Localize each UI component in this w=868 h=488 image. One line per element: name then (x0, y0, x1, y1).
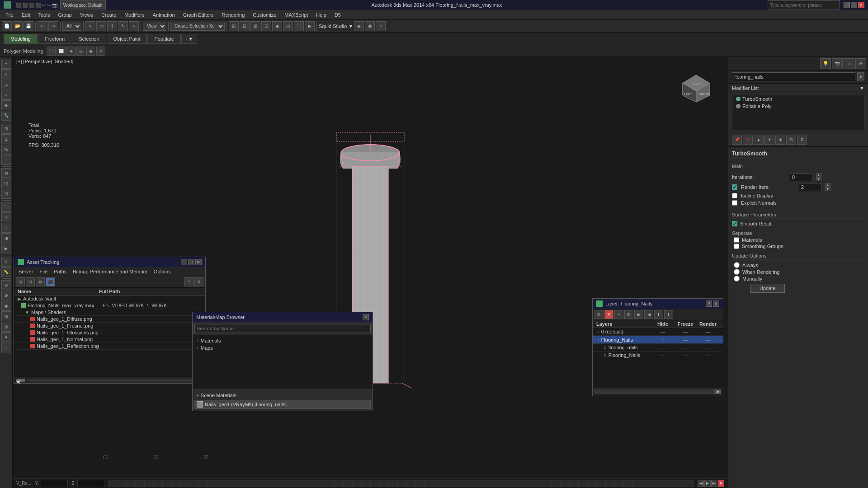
lw-default-render[interactable]: — (697, 329, 719, 334)
isoline-checkbox[interactable] (732, 193, 737, 198)
lw-btn3[interactable]: + (614, 310, 623, 319)
menu-customize[interactable]: Customize (249, 11, 280, 19)
lw-flooring-lower-render[interactable]: — (697, 345, 719, 350)
mirror-tool-btn[interactable]: ◫ (1, 178, 11, 188)
edit-named-sel-btn[interactable]: ⊠ (1, 168, 11, 178)
lw-row-default[interactable]: ○ 0 (default) — — — (593, 328, 723, 336)
move-mod-down-btn[interactable]: ▼ (764, 135, 774, 145)
maximize-button[interactable]: □ (851, 2, 857, 8)
at-btn5[interactable]: ? (184, 277, 193, 286)
snap-toggle-btn[interactable]: ⊞ (1, 124, 11, 134)
lw-flooring-cap-render[interactable]: — (697, 352, 719, 358)
menu-rendering[interactable]: Rendering (218, 11, 249, 19)
at-row-vault[interactable]: ▶ Autodesk Vault (14, 296, 205, 302)
menu-graph-editors[interactable]: Graph Editors (179, 11, 217, 19)
render-explorer-btn[interactable]: ▶ (1, 244, 11, 253)
select-btn[interactable]: ↖ (85, 21, 95, 31)
at-row-normal[interactable]: Nails_geo_1_Normal.png (14, 336, 205, 343)
lw-row-flooring-nails[interactable]: ○ Flooring_Nails ✓ — — (593, 336, 723, 344)
at-content[interactable]: ▶ Autodesk Vault Flooring_Nails_max_vray… (14, 296, 205, 377)
lw-btn4[interactable]: ⊟ (624, 310, 633, 319)
extra-btn2[interactable]: ⊗ (1, 291, 11, 300)
lw-btn7[interactable]: ⬆ (654, 310, 663, 319)
at-close-btn[interactable]: ✕ (195, 259, 202, 265)
tab-object-paint[interactable]: Object Paint (107, 34, 147, 44)
always-radio[interactable] (734, 262, 740, 268)
render-iters-up-btn[interactable]: ▲ (825, 183, 830, 187)
modifier-turbosmooth[interactable]: TurboSmooth (732, 95, 864, 103)
spinner-snap-btn[interactable]: ↕ (1, 155, 11, 165)
select-region-btn[interactable]: ▭ (96, 21, 106, 31)
lw-default-hide[interactable]: — (651, 329, 674, 334)
lw-btn8[interactable]: ⬇ (664, 310, 673, 319)
prev-frame-btn[interactable]: |◀ (698, 480, 704, 487)
create-selection-dropdown[interactable]: Create Selection Set (170, 22, 225, 31)
scale-btn[interactable]: ⤡ (129, 21, 139, 31)
iterations-down-btn[interactable]: ▼ (816, 177, 821, 181)
array-btn[interactable]: ⊠ (250, 21, 260, 31)
manually-radio[interactable] (734, 276, 740, 282)
poly-btn3[interactable]: ◈ (66, 47, 75, 56)
render-iters-input[interactable] (799, 183, 821, 191)
update-button[interactable]: Update (750, 284, 785, 293)
explicit-normals-checkbox[interactable] (732, 200, 737, 206)
at-btn1[interactable]: ⊞ (16, 277, 25, 286)
lw-row-flooring-nails-lower[interactable]: ○ flooring_nails — — — (593, 344, 723, 352)
lw-default-freeze[interactable]: — (674, 329, 697, 334)
menu-file[interactable]: File (2, 11, 17, 19)
squid-btn2[interactable]: ◉ (365, 21, 375, 31)
poly-btn5[interactable]: ◉ (86, 47, 95, 56)
at-row-reflection[interactable]: Nails_geo_1_Reflection.png (14, 343, 205, 350)
lw-btn5[interactable]: ▶ (634, 310, 643, 319)
at-row-maps-folder[interactable]: ▼ Maps / Shaders (14, 309, 205, 316)
tab-freeform[interactable]: Freeform (38, 34, 72, 44)
object-name-input[interactable] (732, 72, 855, 81)
mirror-btn[interactable]: ⊟ (240, 21, 250, 31)
percent-snap-btn[interactable]: % (1, 145, 11, 155)
redo-btn[interactable]: ↪ (48, 21, 58, 31)
at-maximize-btn[interactable]: □ (188, 259, 194, 265)
y-coord-input[interactable] (41, 480, 68, 487)
align-btn[interactable]: ⊞ (229, 21, 239, 31)
at-scroll-track[interactable] (27, 379, 193, 382)
lw-btn1[interactable]: ⊞ (594, 310, 604, 319)
lw-flooring-render[interactable]: — (697, 337, 719, 343)
motion-btn[interactable]: ○ (1, 90, 11, 100)
at-row-glossines[interactable]: Nails_geo_1_Glossines.png (14, 329, 205, 336)
lw-flooring-hide[interactable]: ✓ (651, 337, 674, 343)
move-mod-up-btn[interactable]: ▲ (754, 135, 764, 145)
rotate-btn[interactable]: ↻ (118, 21, 128, 31)
snap-btn[interactable]: ⊡ (261, 21, 271, 31)
lw-content[interactable]: ○ 0 (default) — — — ○ Flooring_Nails ✓ —… (593, 328, 723, 387)
mod-options-btn[interactable]: ⚙ (797, 135, 807, 145)
collapse-btn[interactable]: ⊟ (786, 135, 796, 145)
when-rendering-radio[interactable] (734, 269, 740, 275)
extra-btn7[interactable]: ○ (1, 343, 11, 352)
align-tool-btn[interactable]: ⊟ (1, 189, 11, 199)
lw-flooring-freeze[interactable]: — (674, 337, 697, 343)
camera-icon-btn[interactable]: 📷 (832, 58, 843, 69)
menu-help[interactable]: Help (312, 11, 330, 19)
at-menu-bitmap[interactable]: Bitmap Performance and Memory (70, 268, 150, 275)
hierarchy-btn[interactable]: ⊥ (1, 80, 11, 89)
display-btn[interactable]: ◈ (1, 100, 11, 110)
timeline-bar[interactable] (108, 480, 694, 487)
view-dropdown[interactable]: View (143, 22, 166, 31)
menu-modifiers[interactable]: Modifiers (121, 11, 148, 19)
at-btn6[interactable]: ⚙ (194, 277, 203, 286)
poly-btn6[interactable]: ◊ (96, 47, 105, 56)
at-btn2[interactable]: ⊟ (26, 277, 35, 286)
iterations-spinner[interactable]: ▲ ▼ (816, 173, 821, 181)
at-row-max-file[interactable]: Flooring_Nails_max_vray.max E:\- VIDEO W… (14, 302, 205, 309)
mb-close-btn[interactable]: ✕ (363, 314, 369, 320)
mode-extra-btn[interactable]: +▼ (181, 34, 197, 44)
materials-checkbox[interactable] (734, 237, 739, 243)
utilities-btn[interactable]: 🔧 (1, 111, 11, 121)
mb-maps-cat[interactable]: + Maps (194, 344, 371, 352)
close-button[interactable]: ✕ (858, 2, 864, 8)
render-iters-checkbox[interactable] (732, 184, 737, 190)
at-menu-file[interactable]: File (37, 268, 50, 275)
named-sel-btn[interactable]: ◉ (272, 21, 282, 31)
extra-btn4[interactable]: ◍ (1, 311, 11, 321)
mb-scene-item[interactable]: Nails_geo1 (VRayMtl) [flooring_nails] (194, 400, 371, 409)
